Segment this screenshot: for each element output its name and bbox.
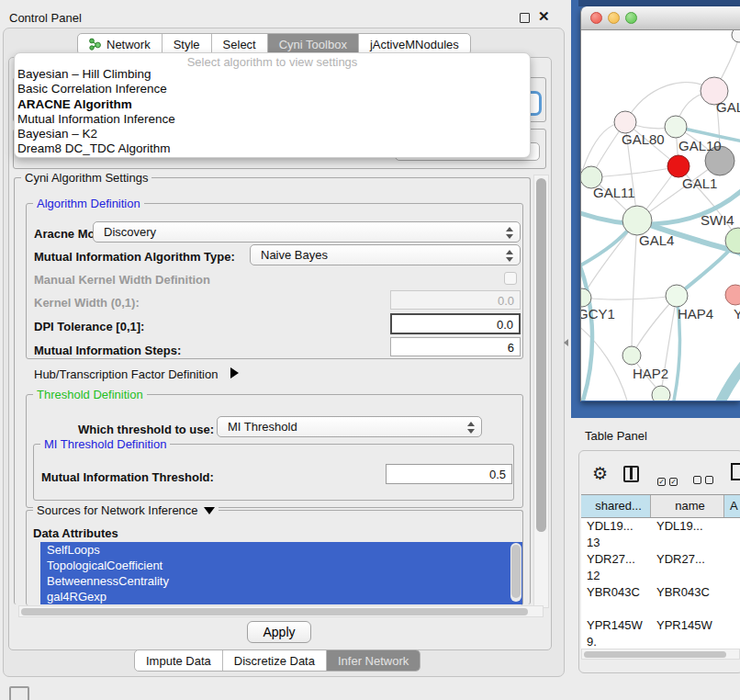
tab-cyni-toolbox[interactable]: Cyni Toolbox: [267, 34, 358, 54]
attributes-list-scrollbar[interactable]: [510, 543, 521, 602]
aracne-mode-combobox[interactable]: Discovery: [93, 221, 521, 243]
splitpane-collapse-arrow[interactable]: [564, 339, 568, 346]
mi-type-combobox[interactable]: Naive Bayes: [250, 244, 521, 265]
menu-item[interactable]: Bayesian – Hill Climbing: [15, 67, 530, 82]
table-panel-title: Table Panel: [585, 429, 647, 443]
column-header-shared[interactable]: shared...: [581, 495, 651, 517]
table-row[interactable]: YDR27...YDR27...12: [581, 551, 740, 584]
node-gal10[interactable]: [665, 116, 687, 138]
tab-impute-data[interactable]: Impute Data: [135, 650, 222, 671]
list-item[interactable]: BetweennessCentrality: [40, 573, 522, 589]
tab-network-label: Network: [107, 38, 151, 51]
network-graph: GAL2 GAL80 GAL10 GAL1 GAL11 SWI4 GAL4 GC…: [581, 30, 740, 401]
node-gal4[interactable]: [622, 206, 652, 235]
node-label: GAL1: [682, 175, 717, 191]
tab-select[interactable]: Select: [211, 34, 267, 54]
gear-icon[interactable]: ⚙: [592, 463, 608, 484]
checked-checkboxes-icon[interactable]: ✓✓: [657, 471, 681, 488]
node-hap2[interactable]: [622, 346, 641, 365]
apply-button[interactable]: Apply: [247, 621, 311, 643]
list-item[interactable]: TopologicalCoefficient: [40, 558, 522, 573]
attributes-list-scrollbar-thumb[interactable]: [511, 545, 521, 598]
tab-style[interactable]: Style: [162, 34, 211, 54]
mi-type-value: Naive Bayes: [261, 248, 328, 262]
network-icon: [89, 38, 101, 51]
tab-network[interactable]: Network: [78, 34, 162, 54]
column-header-name[interactable]: name: [651, 495, 724, 517]
menu-item-selected[interactable]: ARACNE Algorithm: [15, 97, 530, 112]
settings-vertical-scrollbar[interactable]: [533, 175, 549, 608]
which-threshold-value: MI Threshold: [228, 420, 297, 434]
which-threshold-combobox[interactable]: MI Threshold: [217, 416, 482, 437]
tab-discretize-data[interactable]: Discretize Data: [222, 650, 326, 671]
close-traffic-light-icon[interactable]: [590, 12, 602, 24]
cyni-algorithm-settings-title: Cyni Algorithm Settings: [21, 171, 151, 185]
dpi-tolerance-field[interactable]: 0.0: [390, 313, 521, 334]
node-label: GAL80: [622, 131, 665, 147]
desktop-background-top: [578, 0, 740, 6]
node-hap4[interactable]: [666, 285, 688, 307]
column-header-partial[interactable]: A: [724, 495, 740, 517]
node[interactable]: [732, 30, 740, 42]
aracne-mode-value: Discovery: [104, 225, 156, 239]
table-horizontal-scrollbar[interactable]: [581, 649, 740, 660]
settings-horizontal-scrollbar-thumb[interactable]: [21, 608, 528, 615]
node-label: GCY1: [581, 306, 615, 322]
settings-horizontal-scrollbar[interactable]: [18, 605, 544, 617]
sources-title-text: Sources for Network Inference: [37, 503, 198, 517]
manual-kernel-label: Manual Kernel Width Definition: [34, 273, 210, 287]
table-row[interactable]: YPR145WYPR145W9.: [581, 617, 740, 650]
list-item[interactable]: SelfLoops: [40, 542, 522, 558]
table-row[interactable]: YDL19...YDL19...13: [581, 518, 740, 551]
combo-arrows-icon: [505, 226, 513, 240]
table-header-row: shared...nameA: [581, 495, 740, 518]
bottom-tabbar: Impute Data Discretize Data Infer Networ…: [134, 649, 420, 672]
kernel-width-field[interactable]: 0.0: [390, 290, 521, 310]
table-horizontal-scrollbar-thumb[interactable]: [584, 651, 726, 658]
node-label: GAL4: [639, 232, 674, 248]
zoom-traffic-light-icon[interactable]: [625, 12, 637, 24]
minimized-panel-icon[interactable]: [9, 686, 29, 700]
node-table: shared...nameA YDL19...YDL19...13 YDR27.…: [581, 494, 740, 650]
close-panel-icon[interactable]: ✕: [538, 8, 550, 25]
node-label: HAP2: [633, 366, 668, 381]
data-attributes-label: Data Attributes: [33, 526, 118, 540]
menu-item[interactable]: Basic Correlation Inference: [15, 82, 530, 96]
float-panel-icon[interactable]: [520, 13, 530, 23]
menu-item[interactable]: Mutual Information Inference: [15, 112, 530, 127]
table-body: YDL19...YDL19...13 YDR27...YDR27...12 YB…: [581, 518, 740, 650]
unchecked-checkboxes-icon[interactable]: [693, 471, 717, 488]
node-gal80[interactable]: [614, 111, 636, 133]
tab-infer-network[interactable]: Infer Network: [326, 650, 420, 671]
expanded-arrow-icon: [204, 507, 215, 514]
node-label: SWI4: [701, 212, 734, 228]
network-canvas[interactable]: GAL2 GAL80 GAL10 GAL1 GAL11 SWI4 GAL4 GC…: [581, 30, 740, 401]
document-icon[interactable]: [731, 463, 740, 480]
list-item[interactable]: gal4RGexp: [40, 589, 522, 604]
hub-definition-toggle[interactable]: Hub/Transcription Factor Definition: [34, 367, 239, 381]
mi-steps-field[interactable]: 6: [390, 337, 521, 356]
mi-threshold-group-title: MI Threshold Definition: [40, 437, 170, 451]
mi-threshold-field[interactable]: 0.5: [386, 464, 512, 484]
network-window-titlebar[interactable]: [581, 6, 740, 30]
table-row[interactable]: YBR043CYBR043C: [581, 584, 740, 617]
combo-arrows-icon: [505, 249, 513, 263]
mi-steps-label: Mutual Information Steps:: [34, 344, 181, 357]
data-attributes-list[interactable]: SelfLoops TopologicalCoefficient Between…: [40, 542, 522, 604]
which-threshold-label: Which threshold to use:: [78, 423, 214, 436]
node-label: GAL10: [678, 138, 722, 153]
app-screen: Control Panel ✕ Network Style Select Cyn…: [0, 0, 740, 700]
minimize-traffic-light-icon[interactable]: [608, 12, 620, 24]
node-gal1-selected[interactable]: [667, 155, 690, 177]
menu-item[interactable]: Dream8 DC_TDC Algorithm: [15, 141, 530, 156]
control-panel-title: Control Panel: [9, 11, 82, 25]
sources-group-title[interactable]: Sources for Network Inference: [33, 503, 219, 517]
tab-jactivemnodules[interactable]: jActiveMNodules: [358, 34, 470, 54]
node[interactable]: [652, 386, 670, 401]
settings-vertical-scrollbar-thumb[interactable]: [536, 178, 546, 532]
collapsed-arrow-icon: [230, 367, 239, 378]
column-view-icon[interactable]: [623, 466, 639, 482]
manual-kernel-checkbox[interactable]: [504, 272, 517, 285]
node-y[interactable]: [725, 285, 740, 305]
menu-item[interactable]: Bayesian – K2: [15, 127, 530, 141]
